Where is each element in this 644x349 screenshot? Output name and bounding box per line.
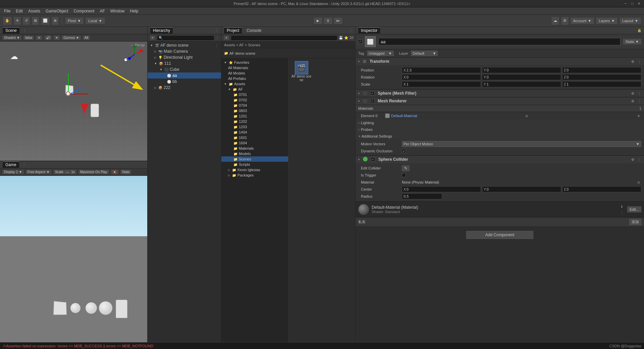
gizmos-dropdown[interactable]: Gizmos ▼ bbox=[61, 35, 81, 40]
tool-move[interactable]: ✛ bbox=[13, 16, 21, 25]
tree-models[interactable]: 📁 Models bbox=[221, 151, 288, 156]
tree-all-models[interactable]: All Models bbox=[221, 70, 288, 76]
tree-kevin[interactable]: ▷ 📁 Kevin Iglesias bbox=[221, 167, 288, 172]
position-z-field[interactable]: Z 0 bbox=[562, 67, 641, 73]
object-name-field[interactable] bbox=[378, 38, 621, 45]
services-button[interactable]: ⚙ bbox=[561, 16, 569, 25]
tree-favorites[interactable]: ▼ ⭐ Favorites bbox=[221, 60, 288, 65]
effects-toggle[interactable]: ✦ bbox=[53, 35, 60, 40]
minimize-button[interactable]: ─ bbox=[623, 1, 628, 6]
step-button[interactable]: ⏭ bbox=[333, 17, 343, 24]
hierarchy-item-222[interactable]: ▷ 📦 222 bbox=[148, 85, 221, 91]
aspect-dropdown[interactable]: Free Aspect ▼ bbox=[25, 169, 52, 174]
maximize-toggle[interactable]: Maximize On Play bbox=[78, 169, 109, 174]
menu-help[interactable]: Help bbox=[127, 8, 141, 14]
add-component-button[interactable]: Add Component bbox=[466, 231, 533, 239]
tree-scenes[interactable]: 📁 Scenes bbox=[221, 156, 288, 162]
menu-af[interactable]: AF bbox=[97, 8, 107, 14]
rotation-y-field[interactable]: Y 0 bbox=[482, 74, 561, 80]
tree-0702[interactable]: 📁 0702 bbox=[221, 97, 288, 103]
radius-field[interactable]: 0.5 bbox=[402, 193, 442, 199]
audio-toggle[interactable]: 🔊 bbox=[44, 35, 52, 40]
tree-assets[interactable]: ▼ 📁 Assets bbox=[221, 81, 288, 87]
tree-materials[interactable]: 📁 Materials bbox=[221, 146, 288, 151]
scene-search[interactable]: All bbox=[83, 35, 90, 40]
tree-0803[interactable]: 📁 0803 bbox=[221, 108, 288, 113]
center-z-field[interactable]: Z 0 bbox=[562, 186, 641, 192]
stats-toggle[interactable]: Stats bbox=[120, 169, 132, 174]
scale-z-field[interactable]: Z 1 bbox=[562, 81, 641, 87]
menu-component[interactable]: Component bbox=[71, 8, 97, 14]
lighting-sub-header[interactable]: ▷ Lighting bbox=[356, 119, 644, 126]
is-trigger-checkbox[interactable] bbox=[402, 173, 406, 177]
2d-toggle[interactable]: false bbox=[23, 35, 34, 40]
mesh-renderer-more-icon[interactable]: ⋮ bbox=[637, 98, 642, 104]
scale-x-field[interactable]: X 1 bbox=[402, 81, 481, 87]
material-add-btn[interactable]: + bbox=[636, 113, 641, 118]
tree-1404[interactable]: 📁 1404 bbox=[221, 130, 288, 135]
center-y-field[interactable]: Y 0 bbox=[482, 186, 561, 192]
tree-1203[interactable]: 📁 1203 bbox=[221, 124, 288, 130]
window-controls[interactable]: ─ □ ✕ bbox=[623, 1, 641, 6]
mesh-renderer-header[interactable]: ▼ ⬛ Mesh Renderer ⚙ ⋮ bbox=[356, 97, 644, 105]
lighting-toggle[interactable]: ☀ bbox=[36, 35, 43, 40]
edit-collider-btn[interactable]: ✎ bbox=[402, 165, 410, 171]
mesh-filter-more-icon[interactable]: ⋮ bbox=[637, 91, 642, 96]
transform-more-icon[interactable]: ⋮ bbox=[637, 59, 642, 64]
material-info-icon[interactable]: ℹ bbox=[619, 204, 625, 209]
menu-gameobject[interactable]: GameObject bbox=[43, 8, 71, 14]
tool-hand[interactable]: ✋ bbox=[3, 16, 12, 25]
pause-button[interactable]: ⏸ bbox=[323, 17, 333, 24]
tree-1604[interactable]: 📁 1604 bbox=[221, 140, 288, 146]
menu-assets[interactable]: Assets bbox=[25, 8, 43, 14]
motion-vectors-dropdown[interactable]: Per Object Motion ▼ bbox=[402, 141, 641, 147]
pivot-dropdown[interactable]: Pivot ▼ bbox=[65, 17, 84, 24]
rotation-x-field[interactable]: X 0 bbox=[402, 74, 481, 80]
position-y-field[interactable]: Y 0 bbox=[482, 67, 561, 73]
mesh-filter-enabled[interactable] bbox=[370, 91, 374, 95]
scale-y-field[interactable]: Y 1 bbox=[482, 81, 561, 87]
material-more-icon[interactable]: ⋮ bbox=[619, 210, 625, 215]
tool-scale[interactable]: ⊞ bbox=[32, 16, 39, 25]
hierarchy-item-111[interactable]: ▼ 📦 111 bbox=[148, 60, 221, 66]
tree-0704[interactable]: 📁 0704 bbox=[221, 103, 288, 108]
hierarchy-item-main-camera[interactable]: ▷ 📷 Main Camera bbox=[148, 48, 221, 54]
collab-button[interactable]: ☁ bbox=[551, 16, 559, 25]
tab-scene[interactable]: Scene bbox=[3, 27, 19, 34]
center-x-field[interactable]: X 0 bbox=[402, 186, 481, 192]
collider-material-pin-icon[interactable]: ⊙ bbox=[636, 180, 641, 185]
tab-inspector[interactable]: Inspector bbox=[358, 27, 380, 34]
tree-0701[interactable]: 📁 0701 bbox=[221, 92, 288, 97]
position-x-field[interactable]: X 2.3 bbox=[402, 67, 481, 73]
hierarchy-item-aa[interactable]: ⚪ aa bbox=[148, 72, 221, 79]
hierarchy-item-bb[interactable]: ⚪ bb bbox=[148, 79, 221, 85]
transform-settings-icon[interactable]: ⚙ bbox=[630, 59, 635, 64]
maximize-button[interactable]: □ bbox=[630, 1, 635, 6]
tree-af[interactable]: ▼ 📁 AF bbox=[221, 87, 288, 92]
hierarchy-item-cube[interactable]: ▼ ⬛ Cube bbox=[148, 66, 221, 72]
mesh-filter-settings-icon[interactable]: ⚙ bbox=[630, 91, 635, 96]
tab-game[interactable]: Game bbox=[3, 161, 19, 168]
sphere-collider-settings-icon[interactable]: ⚙ bbox=[630, 157, 635, 162]
sphere-collider-more-icon[interactable]: ⋮ bbox=[637, 157, 642, 162]
rotation-z-field[interactable]: Z 0 bbox=[562, 74, 641, 80]
scene-options[interactable]: ⋮ bbox=[215, 44, 218, 47]
scale-control[interactable]: Scale — 1x bbox=[53, 169, 77, 174]
scene-view[interactable]: ☁ bbox=[0, 42, 147, 161]
view-mode-dropdown[interactable]: Shaded ▼ bbox=[2, 35, 22, 40]
tab-console[interactable]: Console bbox=[244, 28, 264, 34]
menu-file[interactable]: File bbox=[1, 8, 13, 14]
display-dropdown[interactable]: Display 1 ▼ bbox=[2, 169, 24, 174]
tree-packages[interactable]: ▷ 📁 Packages bbox=[221, 172, 288, 178]
transform-header[interactable]: ▼ ⊞ Transform ⚙ ⋮ bbox=[356, 58, 644, 65]
hierarchy-search[interactable]: 🔍 bbox=[157, 35, 214, 41]
menu-edit[interactable]: Edit bbox=[13, 8, 25, 14]
hierarchy-item-directional-light[interactable]: ▷ 💡 Directional Light bbox=[148, 54, 221, 60]
dynamic-occlusion-checkbox[interactable] bbox=[402, 149, 406, 153]
project-search[interactable] bbox=[231, 35, 337, 41]
mesh-renderer-settings-icon[interactable]: ⚙ bbox=[630, 98, 635, 104]
sphere-collider-enabled[interactable] bbox=[371, 157, 375, 161]
add-tag-btn[interactable]: 添加 bbox=[629, 219, 641, 225]
tool-transform[interactable]: ⊕ bbox=[51, 16, 59, 25]
tree-1201[interactable]: 📁 1201 bbox=[221, 113, 288, 119]
